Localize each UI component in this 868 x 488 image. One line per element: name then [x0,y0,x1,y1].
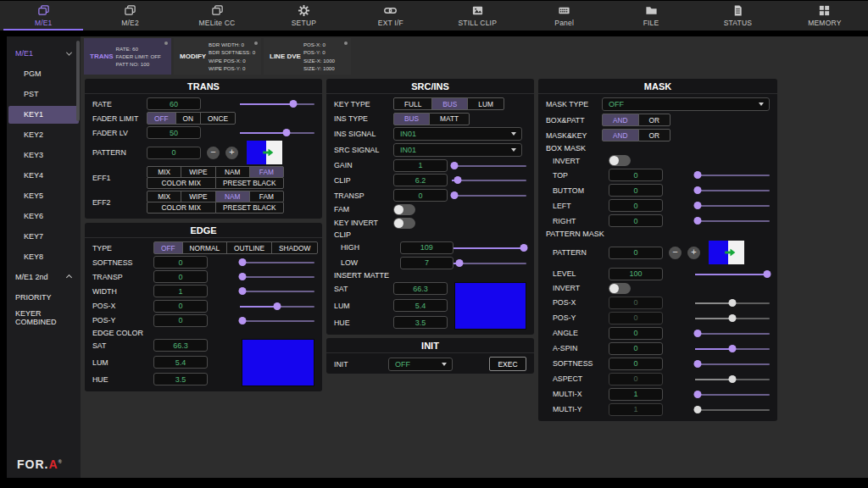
aspect-slider[interactable] [695,374,770,385]
multi-x-slider[interactable] [695,389,770,400]
box-patt-option-and[interactable]: AND [602,114,639,126]
softness-slider[interactable] [695,358,770,369]
mask-type-select[interactable]: OFF [602,97,770,111]
rate-slider[interactable] [240,98,314,109]
eff2-option-color-mix[interactable]: COLOR MIX [147,202,216,214]
eff2-option-preset-black[interactable]: PRESET BLACK [215,202,285,214]
mask-key-option-or[interactable]: OR [638,129,670,141]
clip-slider[interactable] [452,175,526,186]
src-signal-select[interactable]: IN01 [393,143,522,157]
fader-lv-value-field[interactable]: 50 [147,126,201,139]
low-value-field[interactable]: 7 [400,257,453,269]
key-invert-toggle[interactable] [393,218,415,229]
buttom-value-field[interactable]: 0 [609,184,663,197]
eff2-option-nam[interactable]: NAM [215,191,250,202]
transp-slider[interactable] [452,190,526,201]
eff2-option-wipe[interactable]: WIPE [181,191,215,202]
pattern-increment-button[interactable]: + [687,247,700,259]
gain-value-field[interactable]: 1 [393,159,448,172]
sidebar-item-m-e1[interactable]: M/E1 [8,45,79,63]
sidebar-scrollbar[interactable] [76,41,80,121]
ins-signal-select[interactable]: IN01 [393,127,522,141]
tab-ext-i-f[interactable]: EXT I/F [348,1,434,30]
fader-limit-option-off[interactable]: OFF [147,112,176,125]
pattern-decrement-button[interactable]: − [669,247,682,259]
gain-slider[interactable] [452,160,526,171]
summary-card-line-dve[interactable]: LINE DVEPOS-X: 0POS-Y: 0SIZE-X: 1000SIZE… [264,38,351,75]
type-option-normal[interactable]: NORMAL [182,241,228,254]
aspect-value-field[interactable]: 0 [609,373,663,385]
eff1-option-nam[interactable]: NAM [215,166,250,178]
clip-value-field[interactable]: 6.2 [393,174,448,186]
pattern-value-field[interactable]: 0 [147,147,201,159]
tab-panel[interactable]: Panel [520,1,607,30]
hue-value-field[interactable]: 3.5 [393,316,448,329]
tab-melite-cc[interactable]: MELite CC [174,1,260,30]
top-value-field[interactable]: 0 [609,169,663,181]
multi-x-value-field[interactable]: 1 [609,388,663,401]
pos-y-value-field[interactable]: 0 [609,312,663,324]
eff1-option-mix[interactable]: MIX [147,166,181,178]
key-type-option-lum[interactable]: LUM [467,97,504,110]
a-spin-slider[interactable] [695,343,770,354]
sidebar-item-pgm[interactable]: PGM [8,65,79,83]
multi-y-value-field[interactable]: 1 [609,403,663,416]
sat-value-field[interactable]: 66.3 [393,282,448,295]
low-slider[interactable] [453,258,526,269]
pos-x-slider[interactable] [240,301,314,312]
summary-card-trans[interactable]: TRANSRATE: 60FADER LIMIT: OFFPATT NO: 10… [84,38,171,75]
tab-setup[interactable]: SETUP [260,1,347,30]
key-type-option-bus[interactable]: BUS [431,97,468,110]
a-spin-value-field[interactable]: 0 [609,342,663,355]
transp-value-field[interactable]: 0 [393,189,448,202]
sidebar-item-key5[interactable]: KEY5 [8,187,79,205]
key-type-option-full[interactable]: FULL [393,97,432,110]
level-value-field[interactable]: 100 [609,268,663,280]
high-slider[interactable] [453,242,526,253]
mask-key-option-and[interactable]: AND [602,129,639,141]
summary-card-modify[interactable]: MODIFYBDR WIDTH: 0BDR SOFTNESS: 0WIPE PO… [174,38,261,75]
angle-slider[interactable] [695,328,770,339]
width-slider[interactable] [240,286,314,297]
high-value-field[interactable]: 109 [400,241,453,254]
sidebar-item-key2[interactable]: KEY2 [8,126,79,144]
sidebar-item-key3[interactable]: KEY3 [8,147,79,164]
lum-value-field[interactable]: 5.4 [393,299,448,312]
left-slider[interactable] [695,200,770,211]
sidebar-item-key7[interactable]: KEY7 [8,228,79,246]
fader-lv-slider[interactable] [240,127,314,138]
pattern-decrement-button[interactable]: − [207,147,220,159]
sidebar-item-key6[interactable]: KEY6 [8,208,79,225]
transp-slider[interactable] [240,271,314,282]
rate-value-field[interactable]: 60 [147,97,201,110]
sidebar-item-key1[interactable]: KEY1 [8,106,79,124]
invert-toggle[interactable] [609,283,631,294]
eff1-option-preset-black[interactable]: PRESET BLACK [215,177,285,189]
softness-value-field[interactable]: 0 [609,358,663,370]
sidebar-item-key4[interactable]: KEY4 [8,167,79,185]
right-value-field[interactable]: 0 [609,214,663,227]
eff2-option-mix[interactable]: MIX [147,191,181,202]
type-option-off[interactable]: OFF [153,241,183,254]
eff1-option-wipe[interactable]: WIPE [181,166,215,178]
type-option-shadow[interactable]: SHADOW [271,241,318,254]
angle-value-field[interactable]: 0 [609,327,663,340]
type-option-outline[interactable]: OUTLINE [226,241,272,254]
ins-type-option-matt[interactable]: MATT [429,113,470,125]
fader-limit-option-once[interactable]: ONCE [200,112,236,125]
level-slider[interactable] [695,269,770,280]
sat-value-field[interactable]: 66.3 [153,339,208,352]
tab-file[interactable]: FILE [608,1,694,30]
pattern-increment-button[interactable]: + [225,147,238,159]
width-value-field[interactable]: 1 [153,285,208,297]
eff1-option-color-mix[interactable]: COLOR MIX [147,177,216,189]
hue-value-field[interactable]: 3.5 [153,373,208,385]
tab-still-clip[interactable]: STILL CLIP [434,1,520,30]
transp-value-field[interactable]: 0 [153,270,208,283]
sidebar-item-priority[interactable]: PRIORITY [8,289,79,307]
pos-x-slider[interactable] [695,297,770,308]
softness-slider[interactable] [240,257,314,268]
buttom-slider[interactable] [695,185,770,196]
pos-y-value-field[interactable]: 0 [153,314,208,327]
sidebar-item-pst[interactable]: PST [8,86,79,103]
